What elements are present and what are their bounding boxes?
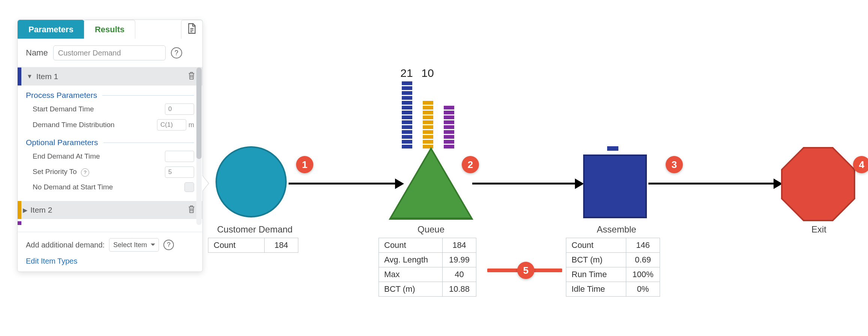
badge-4: 4	[853, 156, 868, 173]
badge-5: 5	[517, 262, 534, 279]
node-queue-label: Queue	[394, 224, 468, 235]
queue-stack-count-blue: 21	[397, 67, 416, 80]
assemble-wip-indicator	[607, 146, 618, 151]
table-customer-demand: Count 184	[208, 238, 298, 253]
queue-stack-orange	[423, 101, 433, 148]
table-assemble: Count146 BCT (m)0.69 Run Time100% Idle T…	[566, 238, 660, 297]
queue-stack-count-orange: 10	[418, 67, 437, 80]
node-exit-label: Exit	[791, 224, 847, 235]
node-assemble[interactable]	[583, 154, 647, 218]
table-row: Count 184	[208, 238, 298, 253]
queue-stack-blue	[402, 81, 412, 148]
table-row: BCT (m)10.88	[379, 282, 476, 297]
node-customer-demand-label: Customer Demand	[206, 224, 304, 235]
table-row: Idle Time0%	[566, 282, 660, 297]
badge-3: 3	[666, 156, 683, 173]
node-customer-demand[interactable]	[216, 146, 287, 218]
flow-arrow	[648, 183, 776, 184]
table-row: Count146	[566, 238, 660, 253]
queue-stack-purple	[444, 106, 454, 148]
node-exit[interactable]	[783, 148, 854, 220]
diagram-canvas: Customer Demand Count 184 21 10 Queue Co…	[0, 0, 868, 336]
arrow-head-icon	[575, 178, 584, 189]
badge-1: 1	[296, 156, 313, 173]
table-row: Avg. Length19.99	[379, 253, 476, 267]
table-row: Count184	[379, 238, 476, 253]
node-assemble-label: Assemble	[581, 224, 652, 235]
table-row: BCT (m)0.69	[566, 253, 660, 267]
table-row: Run Time100%	[566, 267, 660, 282]
flow-arrow	[289, 183, 397, 184]
flow-arrow	[472, 183, 577, 184]
table-row: Max40	[379, 267, 476, 282]
table-queue: Count184 Avg. Length19.99 Max40 BCT (m)1…	[379, 238, 476, 297]
